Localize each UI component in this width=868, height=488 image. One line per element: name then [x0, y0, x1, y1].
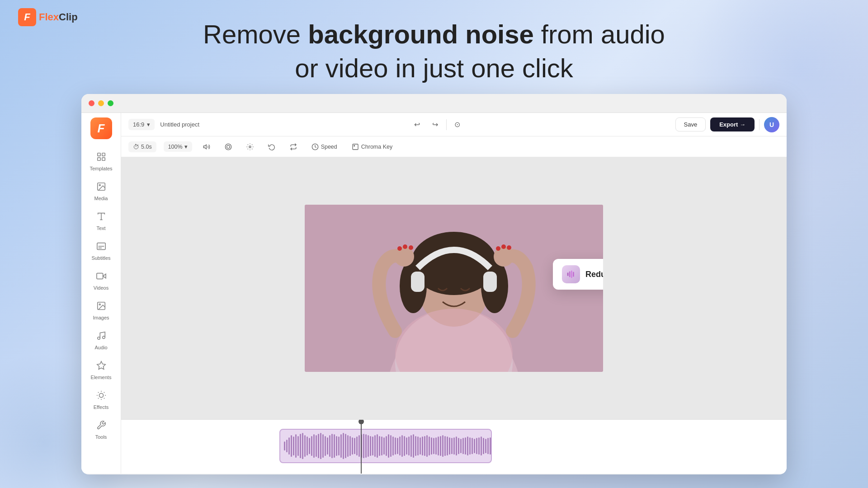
svg-rect-41: [411, 272, 425, 292]
svg-point-17: [99, 393, 103, 397]
export-button[interactable]: Export →: [710, 117, 755, 131]
speed-button[interactable]: Speed: [308, 141, 341, 152]
svg-point-49: [501, 244, 506, 249]
svg-line-20: [98, 392, 98, 392]
toolbar-divider: [446, 119, 447, 130]
reset-button[interactable]: [264, 141, 279, 152]
svg-marker-26: [203, 145, 206, 149]
app-window: F Templates Media: [81, 94, 787, 474]
project-name[interactable]: Untitled project: [160, 121, 199, 128]
grid-icon: [96, 152, 106, 164]
svg-line-21: [104, 398, 104, 398]
sidebar-label-effects: Effects: [94, 404, 108, 410]
undo-button[interactable]: ↩: [410, 117, 425, 132]
sidebar-label-tools: Tools: [95, 434, 107, 440]
svg-rect-1: [102, 153, 104, 155]
main-editor: 16:9 ▾ Untitled project ↩ ↪ ⊙ Save Expor…: [121, 113, 787, 474]
audio-track[interactable]: [279, 429, 492, 463]
sidebar-item-elements[interactable]: Elements: [83, 355, 119, 385]
sidebar-item-effects[interactable]: Effects: [83, 385, 119, 415]
sidebar-label-media: Media: [94, 196, 108, 201]
svg-point-27: [226, 145, 230, 148]
svg-point-45: [397, 246, 402, 251]
svg-rect-42: [483, 272, 497, 292]
effects-icon: [96, 390, 106, 403]
sidebar-item-templates[interactable]: Templates: [83, 146, 119, 176]
sidebar-item-text[interactable]: Text: [83, 206, 119, 236]
svg-point-29: [249, 146, 251, 148]
video-toolbar: ⏱ 5.0s 100% ▾: [121, 136, 787, 157]
user-avatar[interactable]: U: [764, 117, 779, 132]
window-titlebar: [81, 94, 787, 113]
svg-rect-55: [573, 272, 574, 277]
sidebar-label-videos: Videos: [94, 285, 108, 291]
photo-icon: [96, 182, 106, 194]
sidebar-logo[interactable]: F: [90, 117, 112, 139]
svg-point-32: [354, 145, 354, 146]
svg-rect-12: [96, 273, 103, 279]
svg-rect-31: [353, 144, 358, 150]
sidebar-item-audio[interactable]: Audio: [83, 325, 119, 355]
traffic-light-yellow[interactable]: [98, 100, 104, 106]
zoom-control[interactable]: 100% ▾: [164, 141, 192, 152]
sidebar-item-subtitles[interactable]: Subtitles: [83, 236, 119, 266]
svg-line-25: [104, 392, 104, 392]
svg-rect-3: [102, 157, 104, 160]
svg-rect-54: [571, 271, 572, 278]
svg-point-50: [507, 245, 511, 250]
sidebar-item-videos[interactable]: Videos: [83, 266, 119, 296]
traffic-light-red[interactable]: [89, 100, 94, 106]
video-preview[interactable]: Reduce Noise: [305, 205, 603, 372]
settings2-button[interactable]: [243, 141, 257, 152]
svg-rect-52: [567, 272, 569, 276]
flip-button[interactable]: [286, 141, 301, 152]
sidebar-item-images[interactable]: Images: [83, 296, 119, 325]
sidebar-label-subtitles: Subtitles: [91, 255, 110, 261]
toolbar-center: ↩ ↪ ⊙: [410, 117, 465, 132]
video-icon: [96, 271, 106, 283]
waveform: [280, 430, 491, 462]
svg-point-5: [99, 184, 100, 186]
reduce-noise-icon: [562, 265, 580, 283]
svg-point-16: [102, 336, 105, 338]
main-toolbar: 16:9 ▾ Untitled project ↩ ↪ ⊙ Save Expor…: [121, 113, 787, 136]
svg-point-28: [225, 144, 231, 150]
svg-point-15: [97, 337, 100, 339]
elements-icon: [96, 361, 106, 373]
sidebar-item-tools[interactable]: Tools: [83, 415, 119, 445]
svg-point-48: [496, 246, 500, 251]
music-icon: [96, 331, 106, 343]
aspect-ratio-selector[interactable]: 16:9 ▾: [128, 119, 155, 130]
subtitles-icon: [96, 241, 106, 253]
svg-point-47: [409, 245, 413, 250]
svg-rect-53: [569, 272, 571, 277]
svg-rect-0: [97, 153, 100, 155]
sidebar-label-images: Images: [93, 315, 109, 320]
color-button[interactable]: [221, 141, 236, 152]
toolbar-right: Save Export → U: [675, 117, 779, 132]
headline-text: Remove background noise from audio or vi…: [90, 17, 778, 85]
app-content: F Templates Media: [81, 113, 787, 474]
playhead-handle: [359, 419, 364, 424]
tools-icon: [96, 420, 106, 432]
headline: Remove background noise from audio or vi…: [0, 17, 868, 85]
playhead[interactable]: [361, 420, 362, 474]
svg-line-24: [98, 398, 98, 398]
chroma-key-button[interactable]: Chroma Key: [348, 141, 396, 152]
volume-button[interactable]: [199, 141, 214, 152]
svg-point-14: [99, 304, 100, 305]
sidebar: F Templates Media: [81, 113, 121, 474]
reduce-noise-label: Reduce Noise: [585, 270, 603, 279]
sidebar-label-templates: Templates: [90, 166, 112, 171]
duration-display: ⏱ 5.0s: [128, 141, 156, 152]
traffic-light-green[interactable]: [108, 100, 113, 106]
text-icon: [96, 211, 106, 224]
redo-button[interactable]: ↪: [428, 117, 443, 132]
reduce-noise-tooltip[interactable]: Reduce Noise: [553, 259, 603, 290]
toolbar-divider-2: [759, 119, 760, 130]
sidebar-item-media[interactable]: Media: [83, 176, 119, 206]
save-button[interactable]: Save: [675, 117, 706, 131]
svg-marker-11: [103, 274, 105, 278]
sidebar-label-audio: Audio: [94, 345, 107, 350]
settings-button[interactable]: ⊙: [450, 117, 465, 132]
